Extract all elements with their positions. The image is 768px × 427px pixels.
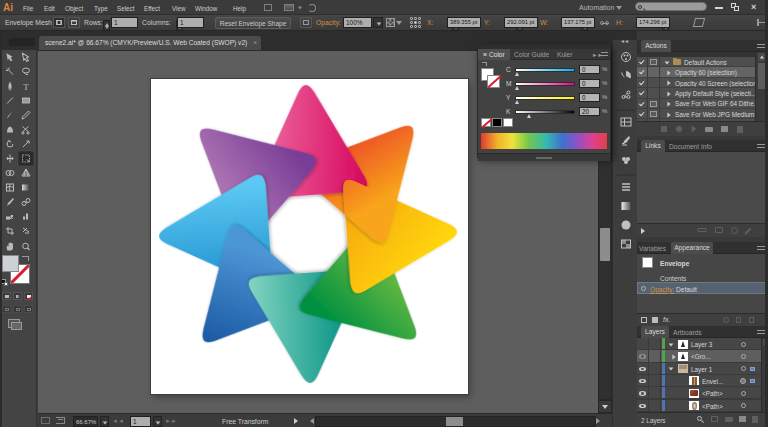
svg-text:T: T [23, 82, 29, 92]
